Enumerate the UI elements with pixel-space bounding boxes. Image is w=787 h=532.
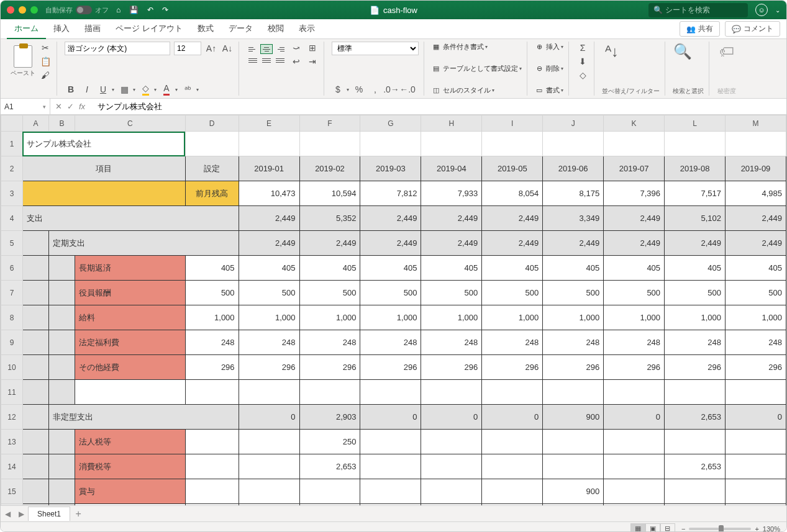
- cell-H7[interactable]: 500: [421, 281, 482, 305]
- row-header-2[interactable]: 2: [1, 156, 23, 181]
- col-header-E[interactable]: E: [239, 115, 299, 132]
- cell-F2[interactable]: 2019-02: [299, 156, 360, 181]
- cell-E3[interactable]: 10,473: [239, 181, 299, 206]
- cell-G2[interactable]: 2019-03: [360, 156, 421, 181]
- cut-icon[interactable]: ✂: [39, 42, 52, 54]
- cell-E6[interactable]: 405: [239, 256, 299, 281]
- row-header-4[interactable]: 4: [1, 206, 23, 231]
- cell-K11[interactable]: [604, 380, 665, 405]
- cell-C14[interactable]: 消費税等: [75, 454, 185, 479]
- format-painter-icon[interactable]: 🖌: [39, 69, 52, 81]
- cell-H2[interactable]: 2019-04: [421, 156, 482, 181]
- delete-cells[interactable]: ⊖削除▾: [535, 63, 563, 74]
- cell-styles[interactable]: ◫セルのスタイル▾: [432, 85, 522, 96]
- page-layout-view-icon[interactable]: ▣: [645, 523, 660, 533]
- cell-J10[interactable]: 296: [543, 355, 604, 380]
- cell-J14[interactable]: [543, 454, 604, 479]
- align-bottom-left[interactable]: [247, 55, 259, 65]
- cell-G6[interactable]: 405: [360, 256, 421, 281]
- copy-icon[interactable]: 📋: [39, 55, 52, 68]
- cell-I7[interactable]: 500: [482, 281, 543, 305]
- cell-F12[interactable]: 2,903: [299, 405, 360, 430]
- cell-F14[interactable]: 2,653: [299, 454, 360, 479]
- minimize-window[interactable]: [19, 6, 26, 14]
- cell-D11[interactable]: [185, 380, 239, 405]
- tab-描画[interactable]: 描画: [77, 19, 108, 39]
- cell-C11[interactable]: [75, 380, 185, 405]
- fx-icon[interactable]: fx: [79, 102, 85, 111]
- cell-H8[interactable]: 1,000: [421, 305, 482, 330]
- cell-E1[interactable]: [239, 132, 299, 156]
- col-header-F[interactable]: F: [299, 115, 360, 132]
- increase-decimal-icon[interactable]: .0→: [385, 83, 398, 96]
- clear-icon[interactable]: ◇: [576, 69, 589, 81]
- cell-D9[interactable]: 248: [185, 330, 239, 355]
- cell-G10[interactable]: 296: [360, 355, 421, 380]
- font-name-select[interactable]: [65, 42, 170, 55]
- row-header-7[interactable]: 7: [1, 281, 23, 305]
- comment-button[interactable]: 💬コメント: [725, 21, 780, 37]
- table-format[interactable]: ▤テーブルとして書式設定▾: [432, 63, 522, 74]
- cell-A1[interactable]: サンプル株式会社: [22, 132, 185, 156]
- row-header-8[interactable]: 8: [1, 305, 23, 330]
- cell-D13[interactable]: [185, 430, 239, 454]
- cell-I8[interactable]: 1,000: [482, 305, 543, 330]
- cell-G7[interactable]: 500: [360, 281, 421, 305]
- cell-C15[interactable]: 賞与: [75, 479, 185, 504]
- align-top-left[interactable]: [247, 44, 259, 54]
- find-icon[interactable]: 🔍: [673, 42, 693, 61]
- share-button[interactable]: 👥共有: [680, 21, 720, 37]
- tab-データ[interactable]: データ: [221, 19, 260, 39]
- cell-G13[interactable]: [360, 430, 421, 454]
- col-header-K[interactable]: K: [604, 115, 665, 132]
- cell-A7[interactable]: [22, 281, 48, 305]
- cell-H6[interactable]: 405: [421, 256, 482, 281]
- cell-M15[interactable]: [726, 479, 786, 504]
- cell-I1[interactable]: [482, 132, 543, 156]
- cell-C9[interactable]: 法定福利費: [75, 330, 185, 355]
- cell-I12[interactable]: 0: [482, 405, 543, 430]
- cell-E2[interactable]: 2019-01: [239, 156, 299, 181]
- border-button[interactable]: ▦: [118, 83, 130, 96]
- cell-G11[interactable]: [360, 380, 421, 405]
- col-header-M[interactable]: M: [726, 115, 786, 132]
- row-header-3[interactable]: 3: [1, 181, 23, 206]
- cell-F8[interactable]: 1,000: [299, 305, 360, 330]
- italic-button[interactable]: I: [81, 83, 93, 96]
- cell-A16[interactable]: [22, 504, 48, 506]
- cell-L13[interactable]: [665, 430, 726, 454]
- tab-数式[interactable]: 数式: [190, 19, 221, 39]
- row-header-15[interactable]: 15: [1, 479, 23, 504]
- cell-M11[interactable]: [726, 380, 786, 405]
- zoom-slider[interactable]: [689, 528, 751, 530]
- cell-E13[interactable]: [239, 430, 299, 454]
- cell-G8[interactable]: 1,000: [360, 305, 421, 330]
- cell-M12[interactable]: 0: [726, 405, 786, 430]
- cell-L2[interactable]: 2019-08: [665, 156, 726, 181]
- cell-F11[interactable]: [299, 380, 360, 405]
- fill-color-button[interactable]: ◇: [139, 83, 152, 96]
- account-icon[interactable]: ☺: [755, 4, 768, 16]
- cell-J7[interactable]: 500: [543, 281, 604, 305]
- cell-B16[interactable]: [48, 504, 75, 506]
- currency-icon[interactable]: $: [332, 83, 344, 96]
- col-header-H[interactable]: H: [421, 115, 482, 132]
- cell-C8[interactable]: 給料: [75, 305, 185, 330]
- cell-J9[interactable]: 248: [543, 330, 604, 355]
- cell-J6[interactable]: 405: [543, 256, 604, 281]
- add-sheet-button[interactable]: +: [70, 508, 86, 520]
- font-size-select[interactable]: [174, 42, 201, 55]
- bold-button[interactable]: B: [65, 83, 77, 96]
- number-format-select[interactable]: 標準: [332, 42, 419, 55]
- col-header-J[interactable]: J: [543, 115, 604, 132]
- sensitivity-icon[interactable]: 🏷: [717, 42, 737, 61]
- cell-F4[interactable]: 5,352: [299, 206, 360, 231]
- col-header-D[interactable]: D: [185, 115, 239, 132]
- cell-M4[interactable]: 2,449: [726, 206, 786, 231]
- cell-A15[interactable]: [22, 479, 48, 504]
- cell-M6[interactable]: 405: [726, 256, 786, 281]
- cell-K4[interactable]: 2,449: [604, 206, 665, 231]
- autosave-toggle[interactable]: 自動保存 オフ: [45, 6, 109, 15]
- cell-M8[interactable]: 1,000: [726, 305, 786, 330]
- cell-L8[interactable]: 1,000: [665, 305, 726, 330]
